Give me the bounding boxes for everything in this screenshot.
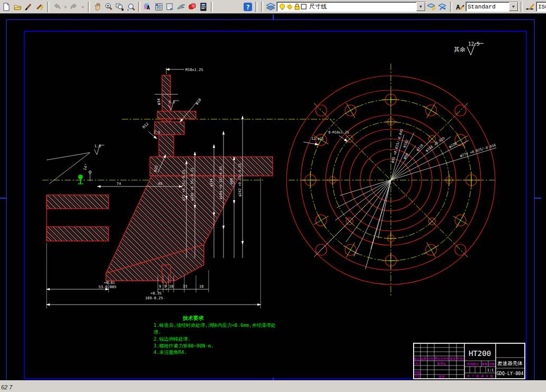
tb-header: 处数: [421, 357, 427, 361]
tb-role: 工艺: [415, 375, 421, 378]
calculator-icon[interactable]: [198, 2, 209, 12]
svg-text:?: ?: [246, 3, 250, 11]
dim-label: 9: [164, 284, 166, 289]
tb-header: 分区: [428, 357, 434, 360]
dim-label: φ10: [194, 97, 202, 105]
undo-dropdown-icon[interactable]: [62, 2, 68, 12]
dim-label: 53-0.005: [99, 285, 117, 289]
right-circular-view: 12-φ11 8-M10x1.25 φ95 +0.025/-0.045 φ102…: [287, 64, 496, 297]
svg-text:A: A: [147, 5, 150, 11]
text-style-combo[interactable]: Standard ▼: [466, 2, 518, 12]
dim-label: 169-0.25: [145, 296, 163, 300]
pan-icon[interactable]: [92, 2, 103, 12]
redo-icon[interactable]: [69, 2, 79, 12]
layer-properties-icon[interactable]: [154, 2, 164, 12]
zoom-window-icon[interactable]: [114, 2, 125, 12]
tb-col: 重量: [482, 362, 488, 366]
tb-col: 比例: [489, 362, 495, 366]
tech-note-line: 1.铸造后,须经时效处理,消除内应力<0.6mm,并经清理处: [154, 323, 276, 328]
undo-icon[interactable]: [51, 2, 62, 12]
dim-label: 18: [199, 284, 203, 289]
drawing-number-label: GDQ-LY-004: [496, 371, 523, 376]
text-style-value: Standard: [468, 4, 496, 10]
dim-label: 3.2: [168, 100, 175, 104]
new-file-icon[interactable]: [1, 2, 12, 12]
sheet-info: 共 7 张 第 4 张: [467, 374, 493, 378]
dim-label: φ184 +0.35/-0.65: [219, 166, 223, 200]
paint-brush-icon[interactable]: [23, 2, 34, 12]
dim-label: 14°: [83, 163, 89, 171]
match-properties-icon[interactable]: [34, 2, 45, 12]
layout-transfer-icon[interactable]: [165, 2, 175, 12]
part-name-label: 差速器壳体: [497, 360, 523, 366]
snap-marker-icon: [78, 175, 83, 184]
status-bar: 62 7: [0, 380, 546, 392]
layers-icon[interactable]: [265, 2, 276, 12]
toolbar-separator: [138, 2, 140, 12]
tb-col: 阶段标记: [467, 362, 479, 366]
zoom-realtime-icon[interactable]: ±: [103, 2, 114, 12]
tb-role: 批准: [439, 375, 445, 379]
dim-label: +0.01: [104, 281, 115, 285]
block-tool-icon[interactable]: [187, 2, 198, 12]
cad-drawing: 其余 12.5: [0, 14, 546, 380]
layer-color-chip-icon: [301, 4, 307, 10]
layer-combo-dropdown-icon[interactable]: ▼: [416, 2, 425, 11]
layer-combo-value: 尺寸线: [309, 3, 327, 11]
dim-label: 74: [117, 182, 121, 186]
surface-prefix: 其余: [454, 46, 466, 52]
dim-label: φ242 +0.35/-0.25: [238, 164, 242, 197]
toolbar-separator: [47, 2, 49, 12]
toolbar-separator: [211, 2, 213, 12]
dim-label: 8-M10x1.25: [328, 130, 349, 135]
toolbar-separator: [88, 2, 90, 12]
title-block: HT200 差速器壳体 GDQ-LY-004 1:1 标记 处数 分区 更改文件…: [414, 343, 525, 379]
dim-label: 2.5: [154, 130, 160, 135]
layer-combo[interactable]: 尺寸线 ▼: [276, 2, 426, 12]
material-label: HT200: [469, 349, 491, 358]
zoom-previous-icon[interactable]: [126, 2, 136, 12]
dim-label: φ134: [209, 179, 213, 187]
layer-freeze-sun-icon: [286, 3, 293, 11]
dim-label: 9: [159, 284, 161, 289]
dim-label: 12-φ11: [311, 137, 324, 141]
drawing-canvas[interactable]: 其余 12.5: [0, 14, 546, 380]
toolbar-separator: [255, 2, 257, 12]
redo-dropdown-icon[interactable]: [80, 2, 86, 12]
layer-lock-icon: [293, 3, 301, 11]
toolbar-separator: [261, 2, 263, 12]
status-text: 62 7: [1, 384, 12, 390]
dim-label: 49: [158, 182, 162, 186]
find-replace-icon[interactable]: A: [142, 2, 153, 12]
tech-notes-title: 技术要求: [182, 315, 204, 321]
left-section-view: M10x1.25 φ14 3.2 φ10 R12 2.5 1.6 14° φ22…: [42, 68, 335, 308]
dim-label: φ14: [157, 99, 161, 105]
open-file-icon[interactable]: [12, 2, 23, 12]
dim-label: φ72 +0.35/-0.25: [182, 170, 186, 201]
dim-style-icon[interactable]: [525, 2, 535, 12]
layer-state-save-icon[interactable]: [426, 2, 437, 12]
tech-note-line: 理.: [154, 329, 161, 335]
tb-role: 审核: [415, 371, 421, 374]
svg-text:±: ±: [107, 4, 110, 8]
dim-label: +0.35: [150, 291, 162, 296]
render-preview-icon[interactable]: [176, 2, 186, 12]
dim-label: R12: [142, 122, 150, 130]
tb-header: 签名: [450, 357, 456, 361]
tech-note-line: 4.未注圆角R4.: [154, 350, 187, 355]
toolbar-separator: [450, 2, 452, 12]
dim-label: φ106 +0.35/-0.25: [190, 168, 194, 201]
dim-label: 1.6: [94, 144, 101, 148]
tech-notes: 技术要求 1.铸造后,须经时效处理,消除内应力<0.6mm,并经清理处 理. 2…: [154, 315, 276, 355]
tech-note-line: 3.螺栓拧紧力矩80~90N·m.: [154, 343, 214, 349]
help-icon[interactable]: ?: [243, 2, 253, 12]
tb-header: 标记: [414, 357, 420, 361]
text-style-icon[interactable]: A: [454, 2, 465, 12]
tb-header: 更改文件号: [434, 357, 449, 360]
layer-state-restore-icon[interactable]: [437, 2, 448, 12]
surface-finish-note: 其余 12.5: [454, 41, 484, 55]
toolbar-separator: [521, 2, 523, 12]
dim-style-value: ISO-2: [538, 4, 546, 10]
text-style-dropdown-icon[interactable]: ▼: [509, 2, 518, 11]
dim-style-combo[interactable]: ISO-2: [536, 2, 546, 12]
